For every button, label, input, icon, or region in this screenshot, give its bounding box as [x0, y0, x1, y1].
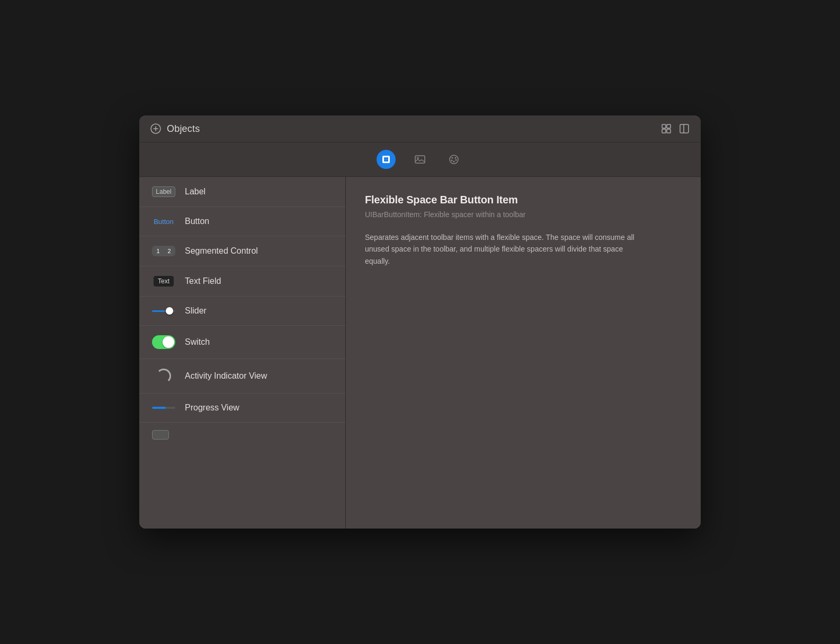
list-item-switch[interactable]: Switch	[139, 326, 345, 359]
svg-rect-5	[662, 129, 666, 133]
svg-point-18	[455, 157, 457, 159]
segment-2: 2	[164, 246, 175, 256]
main-window: Objects	[139, 115, 701, 529]
detail-subtitle: UIBarButtonItem: Flexible spacer within …	[365, 210, 682, 219]
panel-view-button[interactable]	[678, 123, 690, 135]
list-item-activity[interactable]: Activity Indicator View	[139, 359, 345, 393]
activity-spinner	[156, 369, 171, 383]
slider-icon	[152, 307, 175, 315]
button-icon-text: Button	[154, 218, 174, 226]
svg-point-16	[450, 155, 458, 164]
grid-view-button[interactable]	[660, 123, 672, 135]
svg-rect-10	[384, 157, 386, 159]
label-icon: Label	[152, 186, 175, 197]
window-title: Objects	[167, 123, 200, 135]
header: Objects	[139, 115, 701, 142]
textfield-item-label: Text Field	[185, 276, 221, 286]
slider-track	[152, 310, 175, 312]
button-item-label: Button	[185, 217, 209, 226]
svg-rect-7	[680, 124, 689, 133]
activity-item-label: Activity Indicator View	[185, 371, 267, 381]
segmented-control-icon: 1 2	[152, 246, 175, 256]
switch-icon	[152, 335, 175, 349]
switch-item-label: Switch	[185, 337, 210, 347]
svg-point-15	[417, 157, 419, 159]
list-item-segmented[interactable]: 1 2 Segmented Control	[139, 236, 345, 266]
textfield-icon-text: Text	[154, 276, 174, 287]
svg-point-20	[455, 159, 457, 161]
palette-tab[interactable]	[444, 150, 463, 169]
label-item-label: Label	[185, 187, 205, 196]
switch-thumb	[163, 336, 174, 348]
switch-visual	[152, 335, 175, 349]
list-item-progress[interactable]: Progress View	[139, 393, 345, 423]
list-item-label[interactable]: Label Label	[139, 177, 345, 207]
progress-bar	[152, 407, 175, 409]
main-content: Label Label Button Button 1 2 S	[139, 177, 701, 529]
svg-rect-14	[415, 156, 425, 163]
svg-rect-3	[662, 124, 666, 128]
svg-rect-11	[386, 157, 388, 159]
list-item-button[interactable]: Button Button	[139, 207, 345, 236]
list-item-slider[interactable]: Slider	[139, 297, 345, 326]
menu-button[interactable]	[150, 123, 162, 135]
slider-thumb	[166, 307, 173, 315]
header-right	[660, 123, 690, 135]
image-tab[interactable]	[410, 150, 430, 169]
svg-rect-6	[667, 129, 671, 133]
detail-panel: Flexible Space Bar Button Item UIBarButt…	[346, 177, 701, 529]
progress-icon	[152, 407, 175, 409]
svg-point-17	[452, 157, 453, 159]
sidebar: Label Label Button Button 1 2 S	[139, 177, 346, 529]
svg-rect-12	[384, 159, 386, 162]
svg-rect-4	[667, 124, 671, 128]
button-icon: Button	[152, 218, 175, 226]
slider-visual	[152, 307, 175, 315]
detail-title: Flexible Space Bar Button Item	[365, 194, 682, 206]
toolbar	[139, 142, 701, 177]
textfield-icon: Text	[152, 276, 175, 287]
svg-point-19	[451, 160, 453, 162]
activity-icon	[152, 369, 175, 383]
label-icon-text: Label	[152, 186, 175, 197]
header-left: Objects	[150, 123, 200, 135]
progress-item-label: Progress View	[185, 403, 239, 413]
partial-item[interactable]	[139, 423, 345, 447]
progress-fill	[152, 407, 166, 409]
segmented-icon: 1 2	[152, 246, 175, 256]
svg-rect-9	[382, 156, 390, 163]
segment-1: 1	[153, 246, 164, 256]
components-tab[interactable]	[377, 150, 396, 169]
segmented-item-label: Segmented Control	[185, 246, 258, 256]
list-item-textfield[interactable]: Text Text Field	[139, 266, 345, 297]
svg-rect-13	[386, 159, 388, 162]
detail-description: Separates adjacent toolbar items with a …	[365, 231, 640, 267]
svg-point-21	[453, 161, 455, 163]
partial-icon	[152, 430, 169, 440]
slider-item-label: Slider	[185, 306, 207, 316]
